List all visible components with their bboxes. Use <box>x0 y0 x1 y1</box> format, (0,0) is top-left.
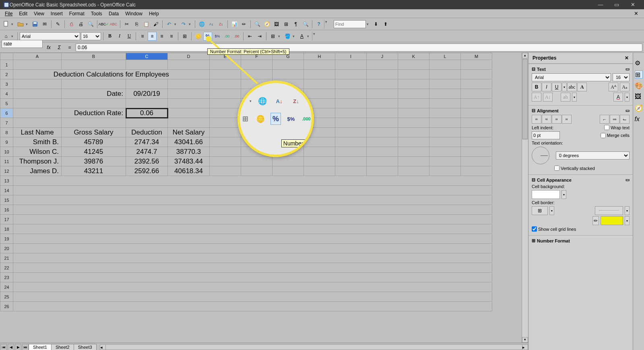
row-header-8[interactable]: 8 <box>0 128 13 137</box>
row-header-6[interactable]: 6 <box>0 108 13 118</box>
orientation-dial[interactable] <box>532 147 549 164</box>
cell-rate[interactable]: 0.06 <box>126 108 168 118</box>
tab-first-button[interactable]: ⏮ <box>0 344 7 350</box>
border-style-picker[interactable]: ⊞ <box>532 206 548 215</box>
underline-button[interactable]: U <box>125 32 134 41</box>
cell-C12[interactable]: 2592.66 <box>126 166 168 176</box>
cell-rate-label[interactable]: Deduction Rate: <box>62 108 126 118</box>
menu-file[interactable]: File <box>2 10 16 17</box>
panel-close-icon[interactable]: ✕ <box>625 55 629 61</box>
col-header-A[interactable]: A <box>13 53 62 60</box>
cell-header-net[interactable]: Net Salary <box>168 128 210 137</box>
panel-italic-button[interactable]: I <box>542 83 551 91</box>
cell-bg-picker[interactable] <box>532 190 560 199</box>
function-wizard-button[interactable]: fx <box>44 43 53 52</box>
menu-help[interactable]: Help <box>146 10 162 17</box>
cell-B11[interactable]: 39876 <box>62 157 126 166</box>
panel-shadow-button[interactable]: A <box>577 83 587 91</box>
grid-lines-checkbox[interactable]: Show cell grid lines <box>532 226 576 232</box>
menu-window[interactable]: Window <box>122 10 146 17</box>
redo-dropdown[interactable]: ▾ <box>189 22 193 26</box>
cell-D9[interactable]: 43041.66 <box>168 137 210 147</box>
cell-title[interactable]: Deduction Calculations for Employees <box>13 70 210 79</box>
panel-grow-button[interactable]: A↑ <box>532 93 541 101</box>
zoom-button[interactable]: 🔍 <box>301 20 310 29</box>
open-dropdown[interactable]: ▾ <box>26 22 30 26</box>
fmt-overflow[interactable]: ▾ <box>312 32 316 41</box>
col-header-J[interactable]: J <box>367 53 398 60</box>
sidebar-styles-icon[interactable]: 🎨 <box>635 82 643 90</box>
print-preview-button[interactable]: 🔍 <box>86 20 95 29</box>
copy-button[interactable]: ⎘ <box>132 20 141 29</box>
paste-button[interactable]: 📋 <box>142 20 151 29</box>
panel-bold-button[interactable]: B <box>532 83 541 91</box>
cell-D12[interactable]: 40618.34 <box>168 166 210 176</box>
cell-header-lastname[interactable]: Last Name <box>13 128 62 137</box>
email-button[interactable]: ✉ <box>40 20 49 29</box>
cell-A9[interactable]: Smith B. <box>13 137 62 147</box>
col-header-L[interactable]: L <box>429 53 461 60</box>
row-header-11[interactable]: 11 <box>0 157 13 166</box>
col-header-B[interactable]: B <box>62 53 126 60</box>
panel-font-select[interactable]: Arial <box>532 73 611 81</box>
navigator-button[interactable]: 🧭 <box>262 20 271 29</box>
close-button[interactable]: ✕ <box>625 0 641 9</box>
panel-valign-top[interactable]: ⌐ <box>600 115 609 124</box>
cell-A10[interactable]: Wilson C. <box>13 147 62 157</box>
font-size-select[interactable]: 16 <box>81 32 101 40</box>
panel-super-button[interactable]: Aᴬ <box>609 83 618 91</box>
redo-button[interactable]: ↷ <box>179 20 188 29</box>
currency-button[interactable]: 🪙 <box>194 32 202 41</box>
border-color-swatch[interactable] <box>601 216 623 225</box>
panel-align-left[interactable]: ≡ <box>532 115 541 124</box>
italic-button[interactable]: I <box>115 32 124 41</box>
menu-format[interactable]: Format <box>66 10 88 17</box>
find-dropdown[interactable]: ▾ <box>367 22 371 26</box>
hyperlink-button[interactable]: 🌐 <box>197 20 206 29</box>
panel-align-center[interactable]: ≡ <box>542 115 551 124</box>
row-header-10[interactable]: 10 <box>0 147 13 157</box>
find-replace-button[interactable]: 🔍 <box>253 20 262 29</box>
row-header-7[interactable]: 7 <box>0 118 13 128</box>
align-justify-button[interactable]: ≡ <box>167 32 176 41</box>
find-prev-button[interactable]: ⬆ <box>381 20 390 29</box>
panel-sub-button[interactable]: Aₐ <box>620 83 630 91</box>
styles-button[interactable]: ⌂ <box>2 32 10 41</box>
bold-button[interactable]: B <box>105 32 114 41</box>
cell-C11[interactable]: 2392.56 <box>126 157 168 166</box>
row-header-3[interactable]: 3 <box>0 79 13 89</box>
col-header-C[interactable]: C <box>126 53 168 60</box>
indent-input[interactable] <box>532 131 560 139</box>
cell-C9[interactable]: 2747.34 <box>126 137 168 147</box>
print-button[interactable]: 🖨 <box>76 20 85 29</box>
edit-mode-button[interactable]: ✎ <box>54 20 62 29</box>
format-paintbrush-button[interactable]: 🖌 <box>151 20 160 29</box>
tab-next-button[interactable]: ▶ <box>15 344 21 350</box>
row-header-12[interactable]: 12 <box>0 166 13 176</box>
name-box[interactable] <box>2 40 43 48</box>
row-header-5[interactable]: 5 <box>0 99 13 108</box>
export-pdf-button[interactable]: ⎙ <box>67 20 76 29</box>
new-doc-dropdown[interactable]: ▾ <box>11 22 15 26</box>
cell-D11[interactable]: 37483.44 <box>168 157 210 166</box>
tab-last-button[interactable]: ⏭ <box>22 344 29 350</box>
chart-button[interactable]: 📊 <box>230 20 239 29</box>
panel-underline-button[interactable]: U <box>552 83 561 91</box>
cell-D10[interactable]: 38770.3 <box>168 147 210 157</box>
cell-A12[interactable]: James D. <box>13 166 62 176</box>
sort-desc-button[interactable]: Z↓ <box>217 20 225 29</box>
menu-edit[interactable]: Edit <box>16 10 31 17</box>
merge-cells-button[interactable]: ⊞ <box>180 32 189 41</box>
cut-button[interactable]: ✂ <box>122 20 131 29</box>
nonprinting-button[interactable]: ¶ <box>291 20 300 29</box>
border-color-button[interactable]: ✏ <box>592 216 599 225</box>
col-header-D[interactable]: D <box>168 53 210 60</box>
cell-header-deduction[interactable]: Deduction <box>126 128 168 137</box>
show-draw-button[interactable]: ✏ <box>239 20 248 29</box>
merge-cells-checkbox[interactable]: Merge cells <box>601 133 630 138</box>
align-center-button[interactable]: ≡ <box>148 32 157 41</box>
panel-valign-mid[interactable]: ═ <box>610 115 619 124</box>
tab-prev-button[interactable]: ◀ <box>8 344 14 350</box>
undo-button[interactable]: ↶ <box>165 20 173 29</box>
align-right-button[interactable]: ≡ <box>157 32 166 41</box>
